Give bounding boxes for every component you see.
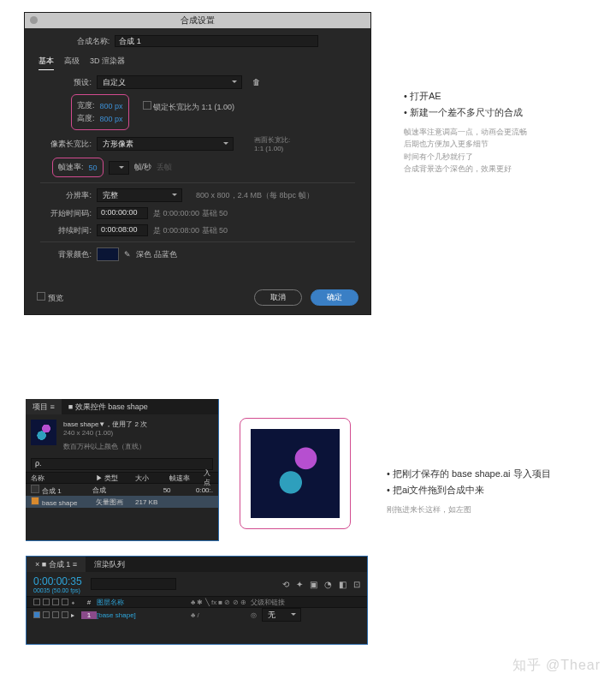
layer-row[interactable]: ▸ 1 [base shape] ♣ / ◎ 无 xyxy=(27,608,367,622)
tab-render-queue[interactable]: 渲染队列 xyxy=(86,557,133,572)
col-switches: ♣ ✱ ╲ fx ■ ⊘ ⊘ ⊕ xyxy=(191,599,251,606)
pixel-aspect-dropdown[interactable]: 方形像素 xyxy=(97,137,234,151)
preset-dropdown[interactable]: 自定义 xyxy=(97,75,242,89)
duration-info: 是 0:00:08:00 基础 50 xyxy=(153,225,228,236)
start-label: 开始时间码: xyxy=(40,208,92,219)
timeline-panel: × ■ 合成 1 ≡ 渲染队列 0:00:00:35 00035 (50.00 … xyxy=(26,556,368,645)
col-layer-name[interactable]: 图层名称 xyxy=(97,598,191,607)
note-sub: 后期也方便加入更多细节 xyxy=(404,138,601,150)
current-timecode[interactable]: 0:00:00:35 xyxy=(33,575,82,587)
parent-dropdown[interactable]: 无 xyxy=(262,608,301,622)
note-item: 把刚才保存的 base shape.ai 导入项目 xyxy=(387,468,609,480)
layer-number: 1 xyxy=(81,611,97,619)
toolbar-icon[interactable]: ⊡ xyxy=(353,580,360,589)
comp-preview-canvas xyxy=(251,429,340,518)
item-thumbnail[interactable] xyxy=(31,420,56,445)
toolbar-icon[interactable]: ◧ xyxy=(339,580,346,589)
col-size[interactable]: 大小 xyxy=(130,473,164,484)
pickwhip-icon[interactable]: ◎ xyxy=(251,611,257,619)
layer-switches[interactable]: ♣ / xyxy=(191,611,251,619)
tab-comp1[interactable]: × ■ 合成 1 ≡ xyxy=(27,557,86,572)
tab-3d-renderer[interactable]: 3D 渲染器 xyxy=(90,56,125,70)
col-name[interactable]: 名称 xyxy=(26,473,91,484)
resolution-info: 800 x 800，2.4 MB（每 8bpc 帧） xyxy=(196,190,314,201)
tab-project[interactable]: 项目 ≡ xyxy=(26,399,62,414)
col-number: # xyxy=(81,599,97,606)
frame-aspect-label: 画面长宽比: xyxy=(254,135,290,145)
project-row[interactable]: 合成 1 合成 50 0:00:. xyxy=(26,484,218,496)
height-label: 高度: xyxy=(77,113,95,124)
comp-name-input[interactable]: 合成 1 xyxy=(115,35,318,47)
fps-value[interactable]: 50 xyxy=(89,164,98,172)
duration-value[interactable]: 0:00:08:00 xyxy=(97,224,148,236)
width-label: 宽度: xyxy=(77,100,95,111)
fps-label: 帧速率: xyxy=(58,162,84,173)
comp-icon xyxy=(31,485,39,493)
resolution-label: 分辨率: xyxy=(40,190,92,201)
item-color-info: 数百万种以上颜色（直线） xyxy=(63,442,147,451)
note-item: 打开AE xyxy=(404,90,601,103)
dialog-tabs: 基本 高级 3D 渲染器 xyxy=(38,56,370,70)
project-search-input[interactable]: ρ. xyxy=(31,458,213,470)
tab-basic[interactable]: 基本 xyxy=(38,56,54,70)
pixel-aspect-label: 像素长宽比: xyxy=(40,139,92,150)
duration-label: 持续时间: xyxy=(40,225,92,236)
lock-aspect-checkbox[interactable] xyxy=(143,101,151,110)
toolbar-icon[interactable]: ✦ xyxy=(296,580,303,589)
fps-unit: 帧/秒 xyxy=(134,162,152,173)
item-name: base shape▼，使用了 2 次 xyxy=(63,420,147,429)
item-dimensions: 240 x 240 (1.00) xyxy=(63,429,147,437)
preview-checkbox[interactable] xyxy=(37,292,45,301)
eye-icon[interactable] xyxy=(33,599,40,605)
toolbar-icon[interactable]: ▣ xyxy=(310,580,317,589)
preview-label: 预览 xyxy=(48,294,63,302)
width-value[interactable]: 800 px xyxy=(100,102,123,110)
toolbar-icon[interactable]: ⟲ xyxy=(282,580,289,589)
col-fps[interactable]: 帧速率 xyxy=(164,473,198,484)
layer-name[interactable]: [base shape] xyxy=(97,611,191,619)
composition-settings-dialog: 合成设置 合成名称: 合成 1 基本 高级 3D 渲染器 预设: 自定义 🗑 宽… xyxy=(24,12,371,315)
height-value[interactable]: 800 px xyxy=(100,115,123,123)
preset-label: 预设: xyxy=(40,77,92,88)
fps-dropdown-icon[interactable] xyxy=(109,161,129,175)
start-info: 是 0:00:00:00 基础 50 xyxy=(153,208,228,219)
ai-file-icon xyxy=(31,497,39,505)
annotation-top: 打开AE 新建一个差不多尺寸的合成 帧速率注意调高一点，动画会更流畅 后期也方便… xyxy=(404,90,601,176)
bgcolor-label: 背景颜色: xyxy=(40,249,92,260)
note-sub: 时间有个几秒就行了 xyxy=(404,151,601,163)
size-highlight-box: 宽度: 800 px 高度: 800 px xyxy=(71,94,129,130)
project-row[interactable]: base shape 矢量图画 217 KB xyxy=(26,496,218,508)
tab-effect-controls[interactable]: ■ 效果控件 base shape xyxy=(62,399,155,414)
note-sub: 帧速率注意调高一点，动画会更流畅 xyxy=(404,126,601,138)
bgcolor-name: 深色 品蓝色 xyxy=(136,249,177,260)
start-value[interactable]: 0:00:00:00 xyxy=(97,207,148,219)
resolution-dropdown[interactable]: 完整 xyxy=(97,188,182,202)
eyedropper-icon[interactable]: ✎ xyxy=(124,250,131,259)
fps-dropframe: 丢帧 xyxy=(157,162,172,173)
timeline-search-input[interactable] xyxy=(91,578,176,590)
close-icon[interactable] xyxy=(30,16,38,24)
tab-advanced[interactable]: 高级 xyxy=(64,56,80,70)
note-sub: 刚拖进来长这样，如左图 xyxy=(387,503,609,515)
project-panel: 项目 ≡ ■ 效果控件 base shape base shape▼，使用了 2… xyxy=(26,399,219,541)
note-item: 把ai文件拖到合成中来 xyxy=(387,484,609,497)
cancel-button[interactable]: 取消 xyxy=(254,289,302,306)
annotation-mid: 把刚才保存的 base shape.ai 导入项目 把ai文件拖到合成中来 刚拖… xyxy=(387,468,609,515)
note-sub: 合成背景选个深色的，效果更好 xyxy=(404,163,601,175)
dialog-title: 合成设置 xyxy=(181,15,215,25)
toolbar-icon[interactable]: ◔ xyxy=(324,580,332,589)
dialog-titlebar: 合成设置 xyxy=(25,13,370,28)
fps-highlight-box: 帧速率: 50 xyxy=(52,158,104,177)
col-parent[interactable]: 父级和链接 xyxy=(251,598,319,607)
comp-preview-highlight xyxy=(240,418,351,529)
preset-trash-icon[interactable]: 🗑 xyxy=(252,78,260,86)
col-type[interactable]: ▶ 类型 xyxy=(91,473,130,484)
bgcolor-swatch[interactable] xyxy=(97,247,119,261)
lock-aspect-label: 锁定长宽比为 1:1 (1.00) xyxy=(153,103,234,111)
frame-aspect-value: 1:1 (1.00) xyxy=(254,145,290,152)
ok-button[interactable]: 确定 xyxy=(311,289,358,306)
current-frame: 00035 (50.00 fps) xyxy=(33,587,82,593)
visibility-toggle[interactable] xyxy=(33,611,40,618)
note-item: 新建一个差不多尺寸的合成 xyxy=(404,106,601,119)
watermark: 知乎 @Thear xyxy=(512,657,601,675)
